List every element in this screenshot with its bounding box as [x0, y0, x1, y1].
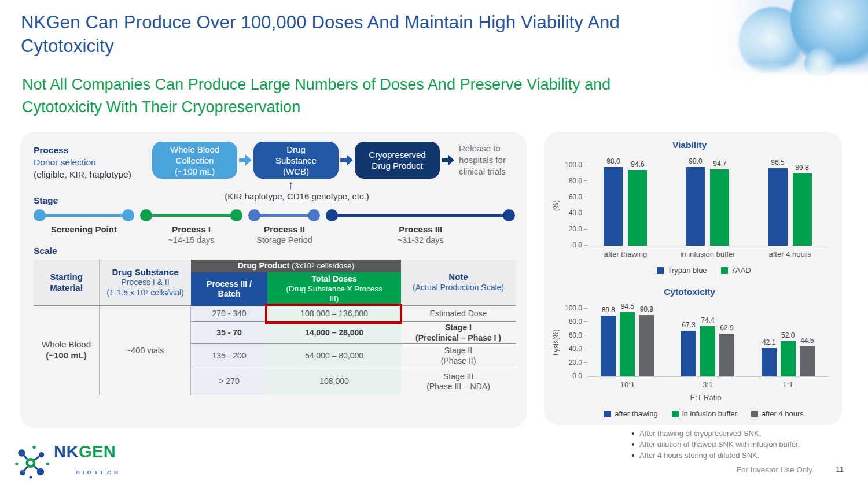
bar: 52.0 — [781, 341, 796, 376]
process-heading: Process — [34, 144, 131, 156]
release-text: Release to hospitals for clinical trials — [459, 143, 516, 178]
y-tick: 80.0 — [569, 177, 587, 185]
table-row-cell: Stage III (Phase III – NDA) — [401, 368, 516, 395]
page-title: NKGen Can Produce Over 100,000 Doses And… — [21, 10, 692, 58]
timeline-dot — [308, 209, 320, 221]
note-text: After dilution of thawed SNK with infusi… — [639, 439, 800, 450]
bar-value-label: 89.8 — [602, 306, 615, 314]
bar: 94.6 — [628, 170, 647, 246]
table-header-sub: (3x10⁹ cells/dose) — [292, 261, 354, 271]
bar: 89.8 — [793, 173, 812, 246]
y-tick: 20.0 — [569, 358, 587, 367]
table-cell-vials: ~400 vials — [100, 306, 191, 395]
legend-swatch — [672, 411, 679, 417]
bar-value-label: 96.5 — [771, 158, 784, 167]
bar-group: 42.152.044.51:1 — [762, 309, 815, 389]
table-row-cell: 108,000 – 136,000 — [267, 306, 401, 322]
bar-group: 98.094.7in infusion buffer — [680, 165, 735, 258]
y-tick-label: 0.0 — [572, 372, 582, 380]
y-axis-label: (%) — [551, 165, 561, 246]
bar-value-label: 94.6 — [631, 160, 644, 168]
note-item: After dilution of thawed SNK with infusi… — [632, 439, 800, 450]
category-label: 3:1 — [703, 380, 713, 389]
process-step-box: Drug Substance (WCB) — [253, 142, 339, 179]
chart-footnotes: After thawing of cryopreserved SNK.After… — [632, 428, 800, 461]
chart-title: Viability — [551, 140, 828, 150]
table-cell-starting-material: Whole Blood (~100 mL) — [34, 306, 100, 395]
category-label: after thawing — [604, 250, 647, 258]
page-number: 11 — [836, 465, 844, 474]
chart-title: Cytotoxicity — [551, 287, 828, 297]
timeline-label-name: Screening Point — [34, 224, 134, 234]
timeline-line — [328, 214, 513, 217]
bar-group: 67.374.462.93:1 — [681, 309, 734, 389]
y-tick: 40.0 — [569, 345, 587, 353]
table-row-cell: 14,000 – 28,000 — [267, 322, 401, 344]
timeline-dot — [326, 209, 338, 221]
legend-swatch — [604, 411, 611, 417]
bar-value-label: 89.8 — [795, 164, 808, 172]
bar-value-label: 74.4 — [701, 316, 714, 324]
table-row-cell: 135 - 200 — [191, 344, 267, 368]
bar-cluster: 89.894.590.9 — [601, 309, 654, 376]
legend-item: 7AAD — [721, 266, 751, 275]
y-tick-label: 100.0 — [565, 161, 582, 169]
table-header-bold: Total Doses — [311, 274, 356, 284]
bar: 74.4 — [700, 326, 715, 376]
legend-item: after thawing — [604, 409, 657, 418]
x-axis-label: E:T Ratio — [551, 393, 828, 402]
table-header-bold: Drug Substance — [112, 267, 178, 278]
up-arrow-icon: ↑ — [288, 178, 294, 192]
bar-value-label: 42.1 — [762, 338, 775, 346]
table-row-cell: Stage I (Preclinical – Phase I ) — [401, 322, 516, 344]
bar: 98.0 — [686, 167, 705, 246]
timeline-label-sub: Storage Period — [248, 235, 320, 245]
bar-cluster: 98.094.6 — [604, 165, 647, 246]
timeline-dot — [230, 209, 242, 221]
stage-timeline-labels: Screening PointProcess I~14-15 daysProce… — [34, 224, 515, 245]
bar-cluster: 96.589.8 — [768, 165, 812, 246]
table-row-cell: Stage II (Phase II) — [401, 344, 516, 368]
y-tick-label: 80.0 — [569, 317, 582, 326]
nk-cells-image — [719, 0, 868, 76]
plot-area: 98.094.6after thawing98.094.7in infusion… — [587, 165, 828, 258]
logo-text-gen: GEN — [79, 442, 116, 461]
image-fade-overlay — [719, 0, 868, 76]
bar: 67.3 — [681, 331, 696, 376]
bar-value-label: 44.5 — [800, 337, 814, 345]
donor-criteria-label: (eligible, KIR, haplotype) — [34, 168, 131, 180]
table-row-cell: 270 - 340 — [191, 306, 267, 322]
bar-value-label: 94.5 — [621, 302, 634, 310]
bar: 94.7 — [710, 169, 729, 246]
bar-value-label: 62.9 — [720, 324, 733, 332]
y-axis-label: Lysis(%) — [551, 309, 561, 376]
stage-timeline — [34, 209, 515, 221]
bar-value-label: 98.0 — [606, 157, 620, 165]
bar-group: 96.589.8after 4 hours — [768, 165, 812, 258]
stage-heading: Stage — [34, 195, 58, 206]
y-tick: 60.0 — [569, 193, 587, 201]
y-axis: 100.080.060.040.020.00.0 — [561, 309, 587, 376]
charts-panel: Viability (%) 100.080.060.040.020.00.0 9… — [544, 132, 842, 425]
bar: 90.9 — [639, 315, 654, 376]
timeline-label: Process III~31-32 days — [326, 224, 515, 245]
timeline-label-sub: ~31-32 days — [326, 235, 515, 245]
process-flow: Whole Blood Collection (~100 mL)Drug Sub… — [152, 142, 516, 179]
y-tick-label: 20.0 — [569, 225, 582, 233]
table-header-bold: Note — [448, 272, 468, 283]
timeline-label: Process I~14-15 days — [140, 224, 243, 245]
y-tick: 0.0 — [572, 372, 587, 380]
footer-disclaimer: For Investor Use Only — [737, 465, 812, 474]
table-header-total-doses: Total Doses (Drug Substance X Process II… — [267, 272, 401, 306]
table-header-starting-material: Starting Material — [34, 260, 100, 306]
arrow-right-icon — [238, 153, 253, 168]
y-tick: 80.0 — [569, 317, 587, 326]
bullet-icon — [632, 454, 634, 457]
timeline-dot — [248, 209, 260, 221]
arrow-right-icon — [440, 153, 455, 168]
bullet-icon — [632, 443, 634, 446]
arrow-right-icon — [339, 153, 354, 168]
bar-cluster: 67.374.462.9 — [681, 309, 734, 376]
bar-cluster: 42.152.044.5 — [762, 309, 815, 376]
logo-text-biotech: BIOTECH — [76, 464, 121, 481]
